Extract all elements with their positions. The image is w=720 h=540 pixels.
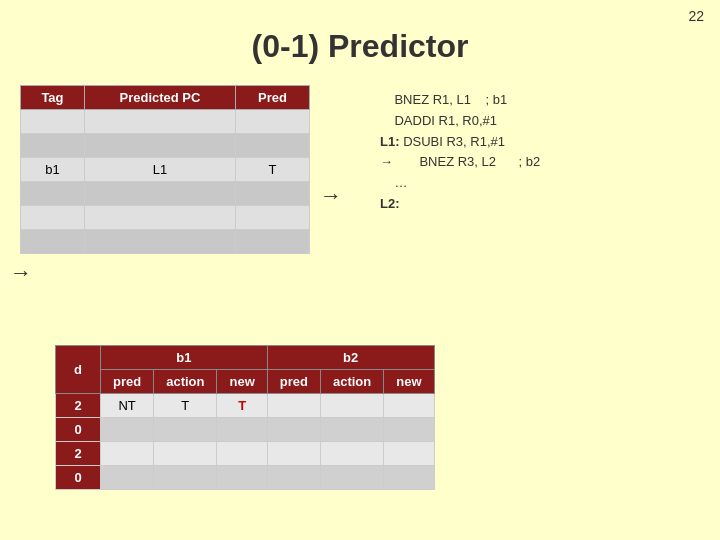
- pred-col-d: d: [56, 346, 101, 394]
- code-line-1: BNEZ R1, L1 ; b1: [380, 90, 540, 111]
- cell-tag-b1: b1: [21, 158, 85, 182]
- pred-b2-new-2: [384, 442, 434, 466]
- pred-b2-action-2: [320, 442, 383, 466]
- pred-b1-pred-0: NT: [101, 394, 154, 418]
- pred-row-1: 0: [56, 418, 435, 442]
- pred-b2-pred-3: [267, 466, 320, 490]
- pred-sub-pred1: pred: [101, 370, 154, 394]
- pred-row-2: 2: [56, 442, 435, 466]
- table-row: [21, 110, 310, 134]
- cell: [21, 230, 85, 254]
- btb-col-pred: Pred: [236, 86, 310, 110]
- pred-sub-action1: action: [154, 370, 217, 394]
- cell: [236, 134, 310, 158]
- pred-d-0: 2: [56, 394, 101, 418]
- pred-b2-pred-0: [267, 394, 320, 418]
- btb-col-tag: Tag: [21, 86, 85, 110]
- code-ellipsis: …: [380, 173, 540, 194]
- pred-b1-new-0: T: [217, 394, 267, 418]
- table-row: [21, 230, 310, 254]
- table-row: [21, 182, 310, 206]
- cell: [84, 182, 235, 206]
- pred-b1-action-1: [154, 418, 217, 442]
- pred-row-3: 0: [56, 466, 435, 490]
- pred-d-2: 2: [56, 442, 101, 466]
- prediction-table: d b1 b2 pred action new pred action new …: [55, 345, 435, 490]
- cell: [236, 230, 310, 254]
- cell: [21, 182, 85, 206]
- pred-b2-pred-2: [267, 442, 320, 466]
- pred-b2-new-3: [384, 466, 434, 490]
- pred-b1-pred-2: [101, 442, 154, 466]
- code-line-2: DADDI R1, R0,#1: [380, 111, 540, 132]
- btb-table: Tag Predicted PC Pred b1 L1 T: [20, 85, 310, 254]
- pred-group-b1: b1: [101, 346, 268, 370]
- pred-b2-new-1: [384, 418, 434, 442]
- table-row: [21, 206, 310, 230]
- table-row: [21, 134, 310, 158]
- cell: [21, 134, 85, 158]
- pred-b1-action-2: [154, 442, 217, 466]
- code-label-l2: L2:: [380, 194, 540, 215]
- pred-b1-pred-1: [101, 418, 154, 442]
- cell: [84, 230, 235, 254]
- arrow-btb-icon: →: [320, 183, 342, 209]
- pred-b1-action-0: T: [154, 394, 217, 418]
- cell-pc-b1: L1: [84, 158, 235, 182]
- prediction-table-wrapper: d b1 b2 pred action new pred action new …: [55, 345, 435, 490]
- pred-d-3: 0: [56, 466, 101, 490]
- pred-sub-pred2: pred: [267, 370, 320, 394]
- pred-b1-new-2: [217, 442, 267, 466]
- pred-sub-new1: new: [217, 370, 267, 394]
- table-row-b1: b1 L1 T: [21, 158, 310, 182]
- pred-b1-action-3: [154, 466, 217, 490]
- pred-d-1: 0: [56, 418, 101, 442]
- cell-pred-b1: T: [236, 158, 310, 182]
- cell: [21, 206, 85, 230]
- btb-col-pc: Predicted PC: [84, 86, 235, 110]
- page-number: 22: [688, 8, 704, 24]
- pred-sub-action2: action: [320, 370, 383, 394]
- cell: [236, 110, 310, 134]
- arrow-bottom-icon: →: [10, 260, 32, 286]
- pred-b2-action-1: [320, 418, 383, 442]
- cell: [236, 182, 310, 206]
- pred-b1-new-3: [217, 466, 267, 490]
- pred-group-b2: b2: [267, 346, 434, 370]
- cell: [21, 110, 85, 134]
- cell: [84, 110, 235, 134]
- code-line-l1: L1: DSUBI R3, R1,#1: [380, 132, 540, 153]
- cell: [236, 206, 310, 230]
- pred-b2-new-0: [384, 394, 434, 418]
- pred-b2-pred-1: [267, 418, 320, 442]
- pred-b1-new-1: [217, 418, 267, 442]
- pred-b2-action-3: [320, 466, 383, 490]
- pred-row-0: 2 NT T T: [56, 394, 435, 418]
- page-title: (0-1) Predictor: [252, 28, 469, 65]
- pred-b1-pred-3: [101, 466, 154, 490]
- code-line-4: → BNEZ R3, L2 ; b2: [380, 152, 540, 173]
- pred-sub-new2: new: [384, 370, 434, 394]
- cell: [84, 134, 235, 158]
- pred-b2-action-0: [320, 394, 383, 418]
- code-block: BNEZ R1, L1 ; b1 DADDI R1, R0,#1 L1: DSU…: [380, 90, 540, 215]
- cell: [84, 206, 235, 230]
